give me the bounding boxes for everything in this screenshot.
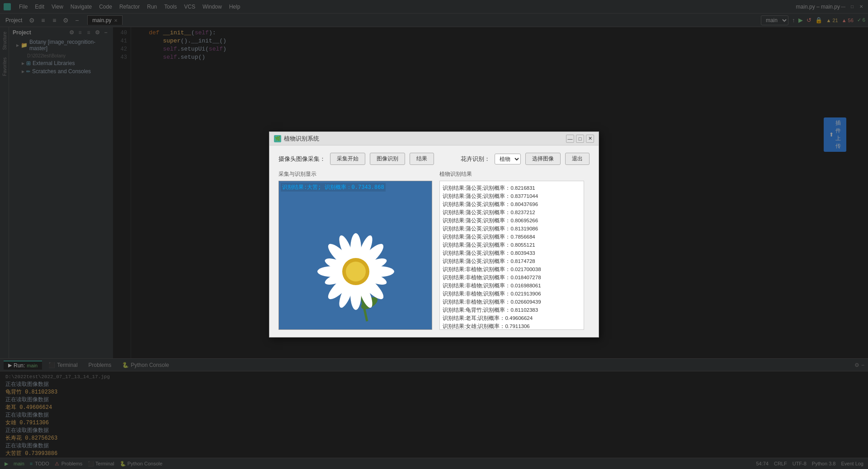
result-line-5: 识别结果:蒲公英;识别概率：0.80695266: [443, 216, 581, 225]
capture-button[interactable]: 采集开始: [330, 153, 365, 165]
results-panel: 植物识别结果 识别结果:蒲公英;识别概率：0.8216831 识别结果:蒲公英;…: [439, 170, 590, 330]
result-line-8: 识别结果:蒲公英;识别概率：0.8055121: [443, 241, 581, 249]
image-overlay-text: 识别结果:大苦; 识别概率：0.7343.868: [281, 183, 386, 192]
result-line-6: 识别结果:蒲公英;识别概率：0.81319086: [443, 225, 581, 233]
modal-app-icon: 🌿: [274, 135, 281, 142]
plant-result-title: 植物识别结果: [439, 170, 590, 178]
modal-title: 植物识别系统: [284, 135, 319, 143]
result-line-11: 识别结果:非植物;识别概率：0.021700038: [443, 265, 581, 273]
daisy-svg: [279, 181, 432, 330]
recognize-button[interactable]: 图像识别: [370, 153, 405, 165]
image-panel: 采集与识别显示 识别结果:大苦; 识别概率：0.7343.868: [278, 170, 432, 330]
result-line-1: 识别结果:蒲公英;识别概率：0.8216831: [443, 184, 581, 192]
select-image-button[interactable]: 选择图像: [525, 153, 561, 165]
modal-window-controls: — □ ✕: [566, 135, 594, 143]
result-line-4: 识别结果:蒲公英;识别概率：0.8237212: [443, 208, 581, 216]
result-line-17: 识别结果:老耳;识别概率：0.49606624: [443, 314, 581, 322]
result-button[interactable]: 结果: [410, 153, 434, 165]
content-row: 采集与识别显示 识别结果:大苦; 识别概率：0.7343.868: [278, 170, 590, 330]
result-line-15: 识别结果:非植物;识别概率：0.026609439: [443, 298, 581, 306]
exit-button[interactable]: 退出: [565, 153, 590, 165]
result-line-9: 识别结果:蒲公英;识别概率：0.8039433: [443, 249, 581, 257]
modal-close-button[interactable]: ✕: [586, 135, 594, 143]
modal-title-bar: 🌿 植物识别系统 — □ ✕: [269, 132, 599, 145]
result-line-16: 识别结果:龟背竹;识别概率：0.81102383: [443, 306, 581, 314]
result-line-13: 识别结果:非植物;识别概率：0.016988061: [443, 281, 581, 290]
collection-display-label: 采集与识别显示: [278, 170, 432, 178]
camera-row: 摄像头图像采集： 采集开始 图像识别 结果 花卉识别： 植物 花卉 叶片 选择图…: [278, 153, 590, 165]
modal-body: 摄像头图像采集： 采集开始 图像识别 结果 花卉识别： 植物 花卉 叶片 选择图…: [269, 145, 599, 337]
result-line-14: 识别结果:非植物;识别概率：0.021913906: [443, 290, 581, 298]
flower-row: 花卉识别： 植物 花卉 叶片 选择图像 退出: [461, 153, 590, 165]
result-line-7: 识别结果:蒲公英;识别概率：0.7856684: [443, 233, 581, 241]
flower-type-selector[interactable]: 植物 花卉 叶片: [495, 154, 521, 164]
svg-point-21: [346, 262, 366, 281]
modal-overlay: 🌿 植物识别系统 — □ ✕ 摄像头图像采集： 采集开始 图像识别 结果 花卉识…: [0, 0, 868, 469]
result-line-10: 识别结果:蒲公英;识别概率：0.8174728: [443, 257, 581, 265]
results-box[interactable]: 识别结果:蒲公英;识别概率：0.8216831 识别结果:蒲公英;识别概率：0.…: [439, 181, 584, 330]
modal-maximize-button[interactable]: □: [576, 135, 584, 143]
result-line-12: 识别结果:非植物;识别概率：0.018407278: [443, 273, 581, 281]
camera-label: 摄像头图像采集：: [278, 155, 326, 163]
result-line-3: 识别结果:蒲公英;识别概率：0.80437696: [443, 200, 581, 208]
plant-recognition-dialog: 🌿 植物识别系统 — □ ✕ 摄像头图像采集： 采集开始 图像识别 结果 花卉识…: [269, 131, 599, 338]
image-display-area: 识别结果:大苦; 识别概率：0.7343.868: [278, 181, 432, 330]
flower-label: 花卉识别：: [461, 155, 490, 163]
modal-minimize-button[interactable]: —: [566, 135, 574, 143]
result-line-2: 识别结果:蒲公英;识别概率：0.83771044: [443, 192, 581, 200]
result-line-18: 识别结果:女雄;识别概率：0.7911306: [443, 322, 581, 330]
